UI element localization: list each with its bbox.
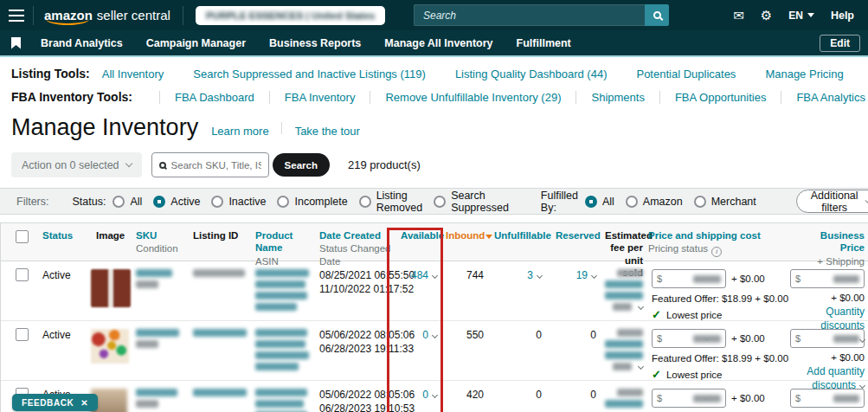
col-product-name[interactable]: Product Name xyxy=(255,229,311,254)
status-filter-all[interactable]: All xyxy=(113,196,142,208)
feedback-button[interactable]: FEEDBACK ✕ xyxy=(12,394,98,411)
link-listing-quality[interactable]: Listing Quality Dashboard (44) xyxy=(455,68,608,80)
status-filter-incomplete[interactable]: Incomplete xyxy=(277,196,347,208)
fulfilled-filter-all[interactable]: All xyxy=(585,196,614,208)
radio-icon xyxy=(277,196,289,208)
feedback-label: FEEDBACK xyxy=(22,398,74,408)
col-condition: Condition xyxy=(136,242,184,254)
global-search-input[interactable] xyxy=(414,4,645,26)
col-reserved[interactable]: Reserved xyxy=(556,229,596,241)
fulfilled-by-label: Fulfilled By: xyxy=(541,190,578,214)
product-name-cell[interactable] xyxy=(248,381,312,412)
chevron-down-icon xyxy=(638,303,644,309)
sku-cell xyxy=(129,381,186,412)
gear-icon[interactable]: ⚙ xyxy=(761,9,772,22)
col-inbound[interactable]: Inbound xyxy=(446,229,484,241)
divider xyxy=(370,91,370,104)
info-icon[interactable]: i xyxy=(711,247,722,257)
mail-icon[interactable]: ✉ xyxy=(733,9,744,22)
currency-symbol: $ xyxy=(657,392,662,404)
close-icon[interactable]: ✕ xyxy=(80,398,88,408)
col-listing-id: Listing ID xyxy=(193,229,247,241)
fulfilled-filter-amazon[interactable]: Amazon xyxy=(626,196,683,208)
learn-more-link[interactable]: Learn more xyxy=(211,125,268,138)
table-header-row: Status Image SKU Condition Listing ID Pr… xyxy=(1,222,868,261)
radio-label: All xyxy=(602,196,614,208)
price-input[interactable]: $ xyxy=(652,269,726,288)
link-fba-inventory[interactable]: FBA Inventory xyxy=(285,91,356,104)
col-available[interactable]: Available xyxy=(401,229,437,241)
radio-icon xyxy=(153,196,165,208)
col-sku[interactable]: SKU xyxy=(136,229,184,241)
additional-filters-label: Additional filters xyxy=(810,190,859,214)
search-button[interactable]: Search xyxy=(273,153,330,177)
nav-item-brand-analytics[interactable]: Brand Analytics xyxy=(41,37,123,49)
link-search-suppressed[interactable]: Search Suppressed and Inactive Listings … xyxy=(193,68,426,80)
bookmark-icon[interactable] xyxy=(11,37,21,49)
col-business-price[interactable]: Business Price xyxy=(794,229,865,254)
action-toolbar: Action on 0 selected Search 219 product(… xyxy=(0,152,868,177)
select-all-checkbox[interactable] xyxy=(16,230,29,243)
divider xyxy=(281,122,282,134)
table-row: Active 08/25/2021 06:55:50 11/10/2022 01… xyxy=(1,261,868,321)
price-input[interactable]: $ xyxy=(652,389,726,408)
product-image[interactable] xyxy=(91,329,129,364)
link-all-inventory[interactable]: All Inventory xyxy=(102,68,164,80)
business-price-input[interactable]: $ xyxy=(790,269,865,288)
link-manage-pricing[interactable]: Manage Pricing xyxy=(765,68,843,80)
col-status[interactable]: Status xyxy=(42,229,87,241)
price-input[interactable]: $ xyxy=(652,329,726,348)
seller-central-page: amazon seller central PURPLE ESSENCES | … xyxy=(0,0,868,412)
date-created: 05/06/2022 08:05:06 xyxy=(319,329,392,343)
edit-button[interactable]: Edit xyxy=(820,35,860,52)
price-cell: $ + $0.00 Featured Offer: $18.99 + $0.00 xyxy=(645,381,787,412)
table-row: Active 05/06/2022 08:05:06 06/28/2023 19… xyxy=(1,321,868,381)
status-filter-active[interactable]: Active xyxy=(153,196,200,208)
hamburger-menu-icon[interactable] xyxy=(0,10,33,22)
status-filter-inactive[interactable]: Inactive xyxy=(211,196,266,208)
date-created: 05/06/2022 08:05:06 xyxy=(319,389,392,402)
link-potential-duplicates[interactable]: Potential Duplicates xyxy=(636,68,736,80)
divider xyxy=(659,91,660,104)
business-plus-shipping: + $0.00 xyxy=(831,292,865,305)
nav-item-business-reports[interactable]: Business Reports xyxy=(269,37,361,49)
additional-filters-button[interactable]: Additional filters xyxy=(796,190,868,213)
col-unfulfillable[interactable]: Unfulfillable xyxy=(494,229,549,241)
take-the-tour-link[interactable]: Take the tour xyxy=(295,125,360,138)
sku-search-input[interactable] xyxy=(171,160,261,171)
available-value: 0 xyxy=(422,389,428,401)
row-checkbox[interactable] xyxy=(16,268,29,281)
business-price-input[interactable]: $ xyxy=(790,329,865,348)
link-fba-dashboard[interactable]: FBA Dashboard xyxy=(175,91,254,104)
nav-item-fulfillment[interactable]: Fulfillment xyxy=(517,37,571,49)
date-cell: 05/06/2022 08:05:06 06/28/2023 19:10:53 xyxy=(312,381,394,412)
available-cell[interactable]: 0 xyxy=(394,381,439,412)
account-selector[interactable]: PURPLE ESSENCES | United States xyxy=(196,6,386,25)
global-search-button[interactable] xyxy=(645,4,669,26)
status-filter-search-suppressed[interactable]: Search Suppressed xyxy=(434,190,509,214)
fulfilled-filter-merchant[interactable]: Merchant xyxy=(694,196,756,208)
plus-shipping: + $0.00 xyxy=(731,332,765,345)
radio-label: Search Suppressed xyxy=(451,190,509,214)
nav-item-campaign-manager[interactable]: Campaign Manager xyxy=(146,37,246,49)
sort-descending-icon xyxy=(485,235,492,239)
nav-item-manage-all-inventory[interactable]: Manage All Inventory xyxy=(384,37,492,49)
listing-tools-label: Listing Tools: xyxy=(11,67,90,80)
product-image[interactable] xyxy=(91,269,131,307)
link-remove-unfulfillable[interactable]: Remove Unfulfillable Inventory (29) xyxy=(385,91,561,104)
row-checkbox[interactable] xyxy=(16,328,29,341)
link-fba-opportunities[interactable]: FBA Opportunities xyxy=(675,91,767,104)
radio-icon xyxy=(626,196,638,208)
status-filter-listing-removed[interactable]: Listing Removed xyxy=(359,190,423,214)
brand-logo[interactable]: amazon seller central xyxy=(34,8,183,23)
link-fba-analytics[interactable]: FBA Analytics xyxy=(796,91,865,104)
col-price-shipping[interactable]: Price and shipping cost xyxy=(648,229,785,241)
lowest-price-label: Lowest price xyxy=(666,369,723,382)
action-dropdown[interactable]: Action on 0 selected xyxy=(11,152,142,177)
currency-symbol: $ xyxy=(795,273,800,285)
link-shipments[interactable]: Shipments xyxy=(591,91,644,104)
business-price-input[interactable]: $ xyxy=(790,389,865,408)
col-date-created[interactable]: Date Created xyxy=(319,229,392,241)
help-link[interactable]: Help xyxy=(831,10,854,22)
language-selector[interactable]: EN xyxy=(788,10,814,22)
